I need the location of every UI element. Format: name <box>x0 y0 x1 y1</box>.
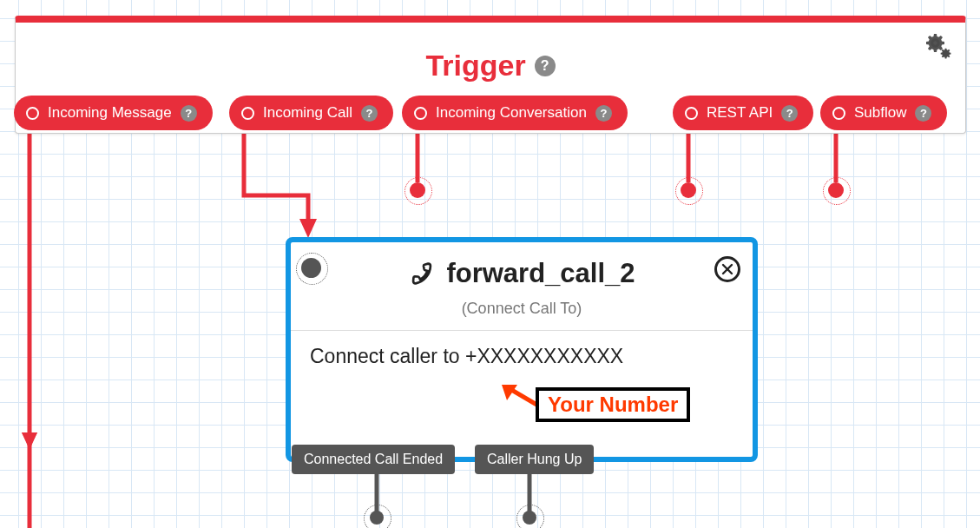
settings-gears-icon[interactable] <box>922 31 953 63</box>
widget-outlet-label: Connected Call Ended <box>304 452 443 467</box>
outlet-ring-icon <box>414 107 427 120</box>
connector-endpoint[interactable] <box>681 182 696 198</box>
trigger-outlet-incoming-conversation[interactable]: Incoming Conversation ? <box>402 96 628 130</box>
trigger-outlet-label: Subflow <box>854 104 906 122</box>
widget-outlet-label: Caller Hung Up <box>487 452 582 467</box>
widget-inlet[interactable] <box>301 258 321 278</box>
trigger-title: Trigger ? <box>425 49 555 82</box>
help-icon[interactable]: ? <box>595 105 612 122</box>
connector-endpoint[interactable] <box>828 182 844 198</box>
help-icon[interactable]: ? <box>915 105 931 122</box>
widget-title: forward_call_2 <box>408 258 635 289</box>
connector-endpoint[interactable] <box>410 182 425 198</box>
help-icon[interactable]: ? <box>181 105 197 122</box>
widget-body-text: Connect caller to +XXXXXXXXXXX <box>291 331 753 368</box>
help-icon[interactable]: ? <box>361 105 378 122</box>
widget-subtitle: (Connect Call To) <box>291 300 753 318</box>
trigger-outlet-rest-api[interactable]: REST API ? <box>673 96 813 130</box>
flow-canvas[interactable]: Trigger ? Incoming Message ? Incoming Ca… <box>0 0 980 528</box>
outlet-ring-icon <box>685 107 698 120</box>
trigger-outlet-label: REST API <box>707 104 773 122</box>
phone-icon <box>408 260 436 287</box>
connector-endpoint[interactable] <box>370 511 384 525</box>
widget-outlet-connected-call-ended[interactable]: Connected Call Ended <box>292 445 455 474</box>
trigger-outlet-label: Incoming Conversation <box>436 104 587 122</box>
trigger-outlet-incoming-message[interactable]: Incoming Message ? <box>14 96 213 130</box>
help-icon[interactable]: ? <box>781 105 798 122</box>
trigger-outlet-incoming-call[interactable]: Incoming Call ? <box>229 96 393 130</box>
help-icon[interactable]: ? <box>535 56 556 76</box>
trigger-outlet-subflow[interactable]: Subflow ? <box>820 96 947 130</box>
widget-outlet-caller-hung-up[interactable]: Caller Hung Up <box>475 445 594 474</box>
outlet-ring-icon <box>26 107 39 120</box>
svg-marker-0 <box>22 432 37 448</box>
widget-card-forward-call[interactable]: forward_call_2 (Connect Call To) Connect… <box>286 237 758 462</box>
outlet-ring-icon <box>241 107 254 120</box>
connector-endpoint[interactable] <box>523 511 536 525</box>
close-icon[interactable] <box>714 256 740 282</box>
trigger-title-text: Trigger <box>425 49 525 82</box>
trigger-outlet-label: Incoming Message <box>48 104 172 122</box>
svg-marker-3 <box>299 219 317 238</box>
trigger-outlet-label: Incoming Call <box>263 104 352 122</box>
widget-title-text: forward_call_2 <box>446 258 635 289</box>
outlet-ring-icon <box>832 107 845 120</box>
annotation-label: Your Number <box>536 387 690 422</box>
svg-marker-2 <box>22 432 37 450</box>
